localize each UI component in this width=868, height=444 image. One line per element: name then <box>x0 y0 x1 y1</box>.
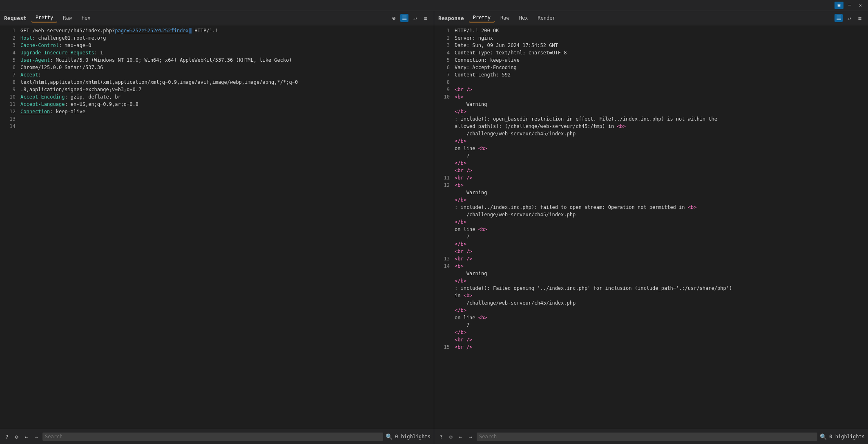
table-row: 10 <b> <box>434 93 868 101</box>
grid-icon[interactable]: ⊞ <box>835 2 843 9</box>
table-row: on line <b> <box>434 226 868 233</box>
table-row: </b> <box>434 240 868 248</box>
response-send-icon[interactable]: ☰ <box>835 14 843 22</box>
table-row: 11 <br /> <box>434 174 868 182</box>
table-row: /challenge/web-serveur/ch45/index.php <box>434 299 868 307</box>
table-row: Warning <box>434 101 868 108</box>
minus-icon[interactable]: ─ <box>845 2 854 9</box>
table-row: 12 <b> <box>434 182 868 189</box>
table-row: 2 Host: challenge01.root-me.org <box>0 34 434 42</box>
request-highlights-badge: 0 highlights <box>395 434 431 440</box>
table-row: 3 Date: Sun, 09 Jun 2024 17:54:52 GMT <box>434 42 868 49</box>
table-row: 8 text/html,application/xhtml+xml,applic… <box>0 78 434 86</box>
table-row: </b> <box>434 137 868 145</box>
table-row: 1 HTTP/1.1 200 OK <box>434 27 868 34</box>
close-icon[interactable]: ✕ <box>856 2 865 9</box>
table-row: 7 Content-Length: 592 <box>434 71 868 78</box>
response-code-area: 1 HTTP/1.1 200 OK 2 Server: nginx 3 Date… <box>434 25 868 429</box>
table-row: on line <b> <box>434 314 868 321</box>
settings-icon[interactable]: ⚙ <box>13 433 20 440</box>
request-search-icon[interactable]: 🔍 <box>386 433 393 440</box>
table-row: </b> <box>434 277 868 285</box>
table-row: 7 Accept: <box>0 71 434 78</box>
table-row: <br /> <box>434 336 868 343</box>
table-row: 4 Upgrade-Insecure-Requests: 1 <box>0 49 434 56</box>
table-row: Warning <box>434 189 868 196</box>
table-row: : include(): open_basedir restriction in… <box>434 115 868 123</box>
tab-request-raw[interactable]: Raw <box>59 14 76 22</box>
table-row: 7 <box>434 321 868 329</box>
response-settings-icon[interactable]: ⚙ <box>447 433 455 440</box>
table-row: 8 <box>434 78 868 86</box>
table-row: 5 Connection: keep-alive <box>434 56 868 64</box>
response-search-icon[interactable]: 🔍 <box>820 433 827 440</box>
table-row: /challenge/web-serveur/ch45/index.php <box>434 211 868 218</box>
response-highlights-badge: 0 highlights <box>829 434 865 440</box>
tab-response-hex[interactable]: Hex <box>515 14 532 22</box>
table-row: 4 Content-Type: text/html; charset=UTF-8 <box>434 49 868 56</box>
tab-response-render[interactable]: Render <box>533 14 559 22</box>
table-row: 7 <box>434 152 868 159</box>
table-row: 11 Accept-Language: en-US,en;q=0.9,ar;q=… <box>0 101 434 108</box>
response-forward-icon[interactable]: → <box>467 433 474 440</box>
table-row: 7 <box>434 233 868 240</box>
response-bottom-bar: ? ⚙ ← → 🔍 0 highlights <box>434 429 868 444</box>
wrap-icon[interactable]: ↵ <box>411 14 419 22</box>
table-row: 9 <br /> <box>434 86 868 93</box>
table-row: 6 Chrome/125.0.0 Safari/537.36 <box>0 64 434 71</box>
response-search-input[interactable] <box>477 433 817 441</box>
table-row: </b> <box>434 218 868 226</box>
table-row: 3 Cache-Control: max-age=0 <box>0 42 434 49</box>
table-row: 12 Connection: keep-alive <box>0 108 434 115</box>
table-row: Warning <box>434 270 868 277</box>
table-row: in <b> <box>434 292 868 299</box>
table-row: 15 <br /> <box>434 343 868 351</box>
table-row: <br /> <box>434 167 868 174</box>
table-row: </b> <box>434 108 868 115</box>
table-row: 2 Server: nginx <box>434 34 868 42</box>
table-row: 1 GET /web-serveur/ch45/index.php?page=%… <box>0 27 434 34</box>
response-help-icon[interactable]: ? <box>437 433 445 440</box>
disable-intercept-icon[interactable]: ⊗ <box>390 14 398 22</box>
table-row: on line <b> <box>434 145 868 152</box>
forward-icon[interactable]: → <box>33 433 40 440</box>
table-row: allowed path(s): (/challenge/web-serveur… <box>434 123 868 130</box>
tab-response-raw[interactable]: Raw <box>496 14 513 22</box>
table-row: </b> <box>434 159 868 167</box>
response-title: Response <box>438 15 464 21</box>
request-bottom-bar: ? ⚙ ← → 🔍 0 highlights <box>0 429 434 444</box>
help-icon[interactable]: ? <box>3 433 11 440</box>
table-row: : include(../index.inc.php): failed to o… <box>434 204 868 211</box>
table-row: 5 User-Agent: Mozilla/5.0 (Windows NT 10… <box>0 56 434 64</box>
table-row: </b> <box>434 307 868 314</box>
table-row: <br /> <box>434 248 868 255</box>
request-code-area: 1 GET /web-serveur/ch45/index.php?page=%… <box>0 25 434 429</box>
table-row: </b> <box>434 196 868 204</box>
table-row: 9 .8,application/signed-exchange;v=b3;q=… <box>0 86 434 93</box>
table-row: 6 Vary: Accept-Encoding <box>434 64 868 71</box>
send-icon[interactable]: ☰ <box>400 14 408 22</box>
table-row: 14 <b> <box>434 262 868 270</box>
tab-request-pretty[interactable]: Pretty <box>31 13 57 22</box>
response-more-icon[interactable]: ≡ <box>856 14 864 22</box>
tab-response-pretty[interactable]: Pretty <box>469 13 495 22</box>
back-icon[interactable]: ← <box>23 433 30 440</box>
table-row: : include(): Failed opening '../index.in… <box>434 285 868 292</box>
table-row: 10 Accept-Encoding: gzip, deflate, br <box>0 93 434 101</box>
request-title: Request <box>4 15 27 21</box>
more-icon[interactable]: ≡ <box>422 14 430 22</box>
response-wrap-icon[interactable]: ↵ <box>845 14 853 22</box>
response-back-icon[interactable]: ← <box>457 433 464 440</box>
table-row: /challenge/web-serveur/ch45/index.php <box>434 130 868 137</box>
tab-request-hex[interactable]: Hex <box>78 14 95 22</box>
table-row: 14 <box>0 123 434 130</box>
table-row: 13 <box>0 115 434 123</box>
request-search-input[interactable] <box>42 433 383 441</box>
table-row: 13 <br /> <box>434 255 868 262</box>
table-row: </b> <box>434 329 868 336</box>
